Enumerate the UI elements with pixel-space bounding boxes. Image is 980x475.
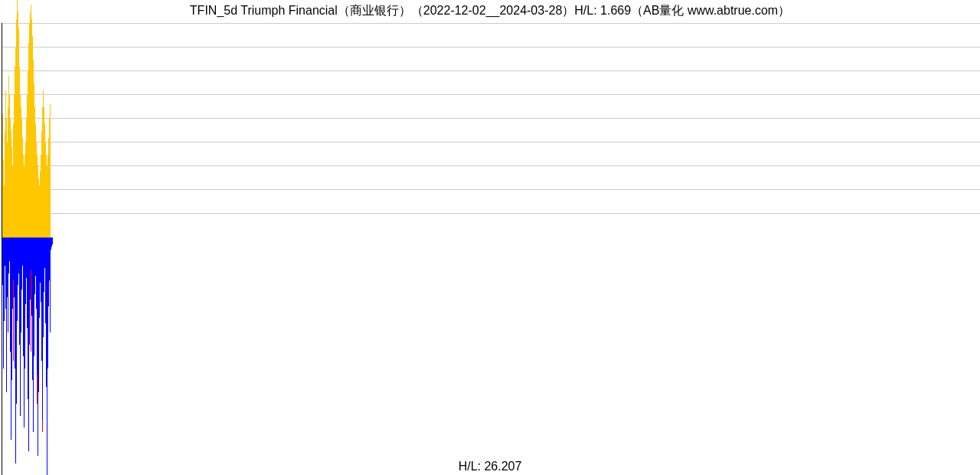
chart-subtitle: H/L: 26.207 [0, 460, 980, 473]
chart-container: TFIN_5d Triumph Financial（商业银行）（2022-12-… [0, 0, 980, 475]
upper-panel [2, 0, 980, 238]
lower-bar-blue [50, 238, 51, 332]
upper-bar-yellow [50, 104, 51, 238]
lower-bar-blue [52, 238, 53, 244]
lower-panel [2, 238, 980, 475]
